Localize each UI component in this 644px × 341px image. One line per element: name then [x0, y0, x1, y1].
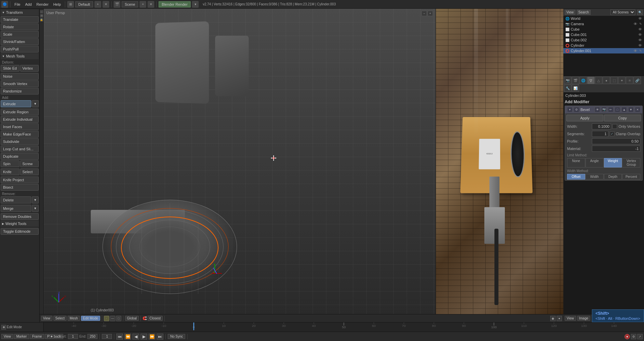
timeline-editmode-badge[interactable]: Edit Mode	[7, 325, 22, 329]
apply-btn[interactable]: Apply	[566, 115, 603, 121]
side-icon-3[interactable]: 🔒	[40, 18, 43, 22]
smooth-vertex-btn[interactable]: Smooth Vertex	[1, 80, 39, 87]
play-reverse-btn[interactable]: ◀	[132, 334, 139, 340]
merge-arrow[interactable]: ▾	[32, 205, 39, 212]
remove-doubles-btn[interactable]: Remove Doubles	[1, 213, 39, 220]
limit-weight-tab[interactable]: Weight	[604, 158, 622, 167]
outliner-view-btn[interactable]: View	[565, 10, 575, 15]
clamp-overlap-checkbox[interactable]	[610, 131, 614, 136]
start-frame-input[interactable]: 1	[68, 334, 78, 339]
segments-value[interactable]: 1	[592, 131, 608, 137]
marker-menu-btn[interactable]: Marker	[14, 334, 29, 339]
side-icon-1[interactable]: ↔	[40, 10, 43, 13]
scene-icon[interactable]: 🎬	[114, 1, 120, 8]
limit-vertex-group-tab[interactable]: Vertex Group	[622, 158, 640, 167]
vp-mesh-btn[interactable]: Mesh	[68, 316, 80, 321]
texture-prop-icon[interactable]: ⬚	[610, 77, 618, 84]
prev-frame-btn[interactable]: ⏪	[124, 334, 131, 340]
timeline-ruler[interactable]: -40 -30 -20 -10 0 10 20 30 40 50 60 70 8…	[44, 323, 644, 332]
inset-faces-btn[interactable]: Inset Faces	[1, 123, 39, 130]
profile-value[interactable]: 0.50	[592, 138, 640, 144]
current-frame-input[interactable]: 1	[102, 334, 112, 339]
translate-btn[interactable]: Translate	[1, 16, 39, 23]
randomize-btn[interactable]: Randomize	[1, 88, 39, 94]
make-edge-face-btn[interactable]: Make Edge/Face	[1, 131, 39, 138]
outliner-item-cube002[interactable]: ⬜ Cube.002 👁	[563, 37, 644, 43]
vp-select-btn[interactable]: Select	[53, 316, 67, 321]
material-prop-icon[interactable]: ●	[603, 77, 610, 84]
render-prop-icon[interactable]: 📷	[564, 77, 571, 84]
outliner-item-cube[interactable]: ⬜ Cube 👁	[563, 27, 644, 32]
mesh-tools-section-header[interactable]: ▼ Mesh Tools	[1, 53, 39, 59]
noise-btn[interactable]: Noise	[1, 73, 39, 80]
bevel-edit-icon[interactable]: ✏	[608, 107, 613, 112]
scene-prop-icon[interactable]: 🎬	[572, 77, 579, 84]
cam-view-btn[interactable]: View	[565, 316, 576, 321]
outliner-search-btn[interactable]: Search	[577, 10, 591, 15]
outliner-item-cube001[interactable]: ⬜ Cube.001 👁	[563, 32, 644, 37]
extrude-btn[interactable]: Extrude	[1, 100, 31, 107]
spin-btn[interactable]: Spin	[1, 160, 19, 167]
width-width-tab[interactable]: Width	[586, 174, 604, 180]
physics-prop-icon[interactable]: ⚛	[626, 77, 633, 84]
mesh-prop-icon[interactable]: △	[595, 77, 602, 84]
vertex-mode-icon[interactable]: ·	[104, 316, 109, 321]
jump-end-btn[interactable]: ⏭	[157, 334, 163, 340]
outliner-item-cylinder001[interactable]: ⭕ Cylinder.001 👁 ✎	[563, 48, 644, 53]
bevel-type-icon[interactable]: ⚙	[574, 107, 579, 112]
delete-btn[interactable]: Delete	[1, 196, 31, 203]
limit-angle-tab[interactable]: Angle	[586, 158, 604, 167]
outliner-scope-select[interactable]: All Scenes	[610, 9, 635, 15]
bevel-realtime-icon[interactable]: 👁	[595, 107, 600, 112]
loop-cut-btn[interactable]: Loop Cut and Sli...	[1, 146, 39, 152]
cube-visibility[interactable]: 👁	[638, 27, 642, 31]
timeline-expand-btn[interactable]: ↗	[637, 334, 643, 339]
material-value[interactable]: -1	[592, 146, 640, 152]
width-offset-tab[interactable]: Offset	[567, 174, 585, 180]
solid-icon[interactable]: ●	[557, 316, 562, 321]
duplicate-btn[interactable]: Duplicate	[1, 153, 39, 160]
next-frame-btn[interactable]: ⏩	[149, 334, 155, 340]
select-mesh-btn[interactable]: Select	[20, 168, 39, 175]
scene-close[interactable]: ✕	[148, 1, 154, 8]
pivot-btn[interactable]: Global	[125, 316, 139, 321]
edge-mode-icon[interactable]: —	[110, 316, 115, 321]
record-audio-btn[interactable]: ●	[625, 334, 630, 339]
camera-visibility[interactable]: 👁	[634, 22, 637, 26]
play-btn[interactable]: ▶	[140, 334, 147, 340]
bevel-down-icon[interactable]: ▼	[628, 107, 634, 112]
weight-tools-header[interactable]: ▶ Weight Tools	[1, 221, 39, 227]
menu-add[interactable]: Add	[23, 2, 34, 7]
data-prop-icon[interactable]: 📊	[572, 84, 579, 92]
vp-editmode-btn[interactable]: Edit Mode	[81, 316, 100, 321]
sync-mode-select[interactable]: No Sync	[168, 334, 185, 339]
width-value[interactable]: 0.1000	[592, 123, 611, 129]
blender-logo[interactable]: 🔵	[1, 1, 8, 8]
scene-add[interactable]: +	[139, 1, 146, 8]
vertex-btn[interactable]: Vertex	[20, 65, 39, 72]
menu-file[interactable]: File	[12, 2, 23, 7]
knife-btn[interactable]: Knife	[1, 168, 19, 175]
cylinder001-edit[interactable]: ✎	[639, 49, 642, 52]
outliner-search-icon[interactable]: 🔍	[637, 10, 643, 15]
object-prop-icon[interactable]: ▽	[587, 77, 595, 84]
topbar-mode[interactable]: Default	[75, 1, 93, 7]
proportional-btn[interactable]: Closest	[148, 316, 163, 321]
3d-viewport[interactable]: User Persp	[44, 9, 436, 314]
bevel-close-icon[interactable]: ✕	[635, 107, 640, 112]
frame-menu-btn[interactable]: Frame	[30, 334, 44, 339]
delete-arrow[interactable]: ▾	[32, 196, 39, 203]
topbar-engine[interactable]: Blender Render	[159, 1, 191, 7]
push-pull-btn[interactable]: Push/Pull	[1, 46, 39, 52]
menu-render[interactable]: Render	[34, 2, 50, 7]
vp-view-btn[interactable]: View	[41, 316, 52, 321]
cam-image-btn[interactable]: Image	[577, 316, 591, 321]
extrude-arrow[interactable]: ▾	[32, 100, 39, 107]
limit-none-tab[interactable]: None	[567, 158, 585, 167]
screw-btn[interactable]: Screw	[20, 160, 39, 167]
extrude-individual-btn[interactable]: Extrude Individual	[1, 116, 39, 123]
record-btn[interactable]: ⏺	[49, 334, 54, 339]
side-icon-2[interactable]: ⚙	[40, 14, 43, 17]
face-mode-icon[interactable]: □	[116, 316, 121, 321]
camera-render[interactable]: ✎	[639, 22, 642, 26]
